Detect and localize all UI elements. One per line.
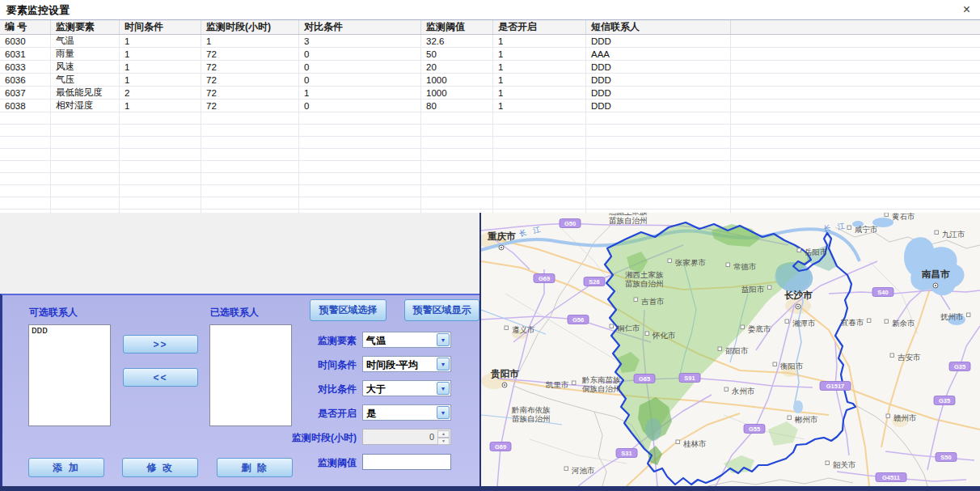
element-select[interactable]: 气温 ▼ — [362, 332, 451, 348]
time-condition-select[interactable]: 时间段-平均 ▼ — [362, 356, 451, 372]
table-cell — [586, 125, 731, 137]
table-cell: AAA — [586, 48, 731, 61]
city-marker — [726, 263, 730, 267]
table-row[interactable] — [0, 185, 980, 197]
table-cell — [493, 173, 586, 185]
column-header[interactable]: 监测要素 — [51, 20, 120, 35]
table-cell — [421, 112, 493, 125]
table-cell — [201, 173, 299, 185]
column-header[interactable]: 时间条件 — [120, 20, 201, 35]
table-cell — [586, 161, 731, 173]
road-badge-label: G35 — [954, 363, 965, 370]
column-header[interactable]: 对比条件 — [299, 20, 421, 35]
chevron-down-icon[interactable]: ▼ — [437, 358, 450, 370]
table-cell — [493, 185, 586, 197]
modify-button[interactable]: 修 改 — [122, 458, 198, 477]
table-row[interactable] — [0, 197, 980, 210]
table-row[interactable]: 6030气温11332.61DDD — [0, 35, 980, 48]
element-monitoring-dialog: 要素监控设置 × 编 号监测要素时间条件监测时段(小时)对比条件监测阈值是否开启… — [0, 0, 980, 491]
city-marker — [676, 440, 680, 444]
table-cell: 32.6 — [421, 35, 493, 48]
map-city-label: 吉首市 — [641, 297, 665, 306]
table-cell — [586, 197, 731, 210]
table-row[interactable] — [0, 161, 980, 173]
road-badge-label: G35 — [939, 397, 950, 404]
map-city-label: 新余市 — [892, 319, 915, 328]
table-cell: 6037 — [0, 87, 51, 99]
table-cell — [201, 112, 299, 125]
table-row[interactable] — [0, 125, 980, 137]
period-hours-spinner[interactable]: 0 ▲ ▼ — [362, 429, 451, 445]
table-row[interactable]: 6033风速1720201DDD — [0, 61, 980, 74]
table-row[interactable] — [0, 137, 980, 149]
map-city-label: 长沙市 — [784, 290, 813, 300]
monitoring-table[interactable]: 编 号监测要素时间条件监测时段(小时)对比条件监测阈值是否开启短信联系人 603… — [0, 19, 980, 214]
chevron-down-icon[interactable]: ▼ — [437, 406, 450, 419]
table-cell: 气温 — [51, 35, 120, 48]
road-badge-label: G69 — [539, 275, 550, 282]
move-right-button[interactable]: >> — [123, 335, 198, 353]
table-row[interactable]: 6038相对湿度1720801DDD — [0, 99, 980, 112]
column-header[interactable]: 短信联系人 — [586, 20, 731, 35]
city-marker — [741, 325, 745, 329]
column-header[interactable]: 是否开启 — [493, 20, 586, 35]
map-city-label: 永州市 — [731, 387, 755, 396]
table-cell — [493, 125, 586, 137]
spinner-up-icon[interactable]: ▲ — [437, 430, 450, 438]
city-marker — [826, 461, 830, 465]
road-badge-label: S40 — [877, 289, 888, 296]
map-city-label: 张家界市 — [675, 258, 707, 267]
table-cell: 1 — [120, 99, 201, 112]
city-marker-dot — [797, 306, 799, 307]
map-city-label: 怀化市 — [652, 331, 676, 340]
road-badge-label: S50 — [940, 454, 951, 461]
table-row[interactable] — [0, 112, 980, 125]
map-city-label: 娄底市 — [748, 324, 771, 333]
table-cell: 2 — [120, 87, 201, 99]
column-header[interactable]: 编 号 — [0, 20, 51, 35]
table-row[interactable] — [0, 149, 980, 161]
move-left-button[interactable]: << — [123, 368, 198, 387]
table-cell — [299, 149, 421, 161]
compare-condition-select[interactable]: 大于 ▼ — [362, 380, 451, 396]
chevron-down-icon[interactable]: ▼ — [437, 333, 450, 346]
table-cell — [421, 125, 493, 137]
table-cell: 1000 — [421, 74, 493, 87]
map-city-label: 益阳市 — [741, 285, 765, 294]
available-contacts-list[interactable]: DDD — [28, 324, 111, 426]
table-cell — [421, 137, 493, 149]
table-row[interactable] — [0, 173, 980, 185]
table-cell: 1 — [120, 61, 201, 74]
column-header[interactable]: 监测时段(小时) — [201, 20, 299, 35]
table-cell: 相对湿度 — [51, 99, 120, 112]
road-badge-label: G1517 — [826, 383, 845, 390]
table-cell — [421, 161, 493, 173]
table-cell — [731, 74, 980, 87]
map-city-label: 九江市 — [942, 230, 965, 239]
map-city-label: 河池市 — [571, 466, 595, 475]
delete-button[interactable]: 删 除 — [217, 458, 293, 477]
add-button[interactable]: 添 加 — [28, 458, 104, 477]
table-cell — [0, 185, 51, 197]
city-marker — [773, 362, 777, 366]
chevron-down-icon[interactable]: ▼ — [437, 382, 450, 395]
table-row[interactable]: 6036气压172010001DDD — [0, 74, 980, 87]
column-header[interactable]: 监测阈值 — [421, 20, 493, 35]
settings-panel: 可选联系人 DDD 已选联系人 >> << 预警区域选择 预警区域显示 监测要素… — [0, 294, 479, 486]
table-row[interactable]: 6037最低能见度272110001DDD — [0, 87, 980, 99]
map-city-label: 衡阳市 — [780, 362, 804, 370]
warning-area-select-button[interactable]: 预警区域选择 — [310, 299, 387, 321]
table-row[interactable]: 6031雨量1720501AAA — [0, 48, 980, 61]
warning-area-show-button[interactable]: 预警区域显示 — [404, 299, 479, 321]
enabled-select[interactable]: 是 ▼ — [362, 404, 451, 421]
warning-area-map[interactable]: 重庆市遵义市贵阳市凯里市黔东南苗族侗族自治州黔南布依族苗族自治州恩施土家族苗族自… — [481, 213, 980, 486]
selected-contacts-label: 已选联系人 — [210, 306, 259, 320]
threshold-input[interactable] — [362, 454, 451, 470]
map-city-label: 邵阳市 — [725, 346, 749, 355]
table-cell — [201, 137, 299, 149]
list-item[interactable]: DDD — [29, 325, 110, 337]
map-city-label: 宜春市 — [841, 318, 864, 327]
map-city-label: 黔东南苗族侗族自治州 — [581, 375, 621, 393]
close-icon[interactable]: × — [963, 2, 970, 18]
spinner-down-icon[interactable]: ▼ — [437, 438, 450, 445]
